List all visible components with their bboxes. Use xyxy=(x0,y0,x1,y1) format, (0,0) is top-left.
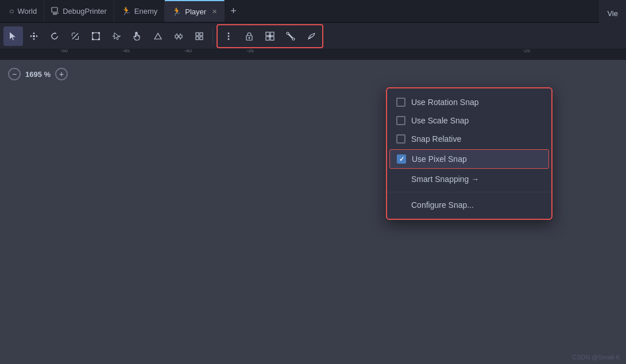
use-pixel-snap-label: Use Pixel Snap xyxy=(412,154,467,164)
svg-point-33 xyxy=(287,32,289,34)
svg-rect-13 xyxy=(179,35,182,38)
lock-button[interactable] xyxy=(239,26,259,46)
watermark: CSDN @Small-K xyxy=(572,354,620,361)
enemy-icon: 🏃 xyxy=(121,6,131,16)
dots-tool-button[interactable] xyxy=(169,26,188,46)
svg-rect-6 xyxy=(92,32,94,34)
svg-rect-0 xyxy=(52,7,57,12)
smart-snapping-label: Smart Snapping → xyxy=(411,175,479,184)
ruler-mark-35: -35 xyxy=(246,49,254,53)
hand-tool-button[interactable] xyxy=(127,26,147,46)
svg-rect-8 xyxy=(92,38,94,40)
debugprinter-icon xyxy=(51,7,59,15)
svg-line-4 xyxy=(72,33,78,39)
svg-rect-28 xyxy=(266,32,269,36)
svg-rect-12 xyxy=(175,35,178,38)
tab-world-label: World xyxy=(17,7,37,16)
svg-point-3 xyxy=(33,35,35,37)
tab-debugprinter[interactable]: DebugPrinter xyxy=(44,0,114,22)
svg-rect-20 xyxy=(200,33,203,36)
svg-point-34 xyxy=(292,38,295,40)
use-pixel-snap-item[interactable]: Use Pixel Snap xyxy=(389,149,549,169)
svg-rect-9 xyxy=(98,38,100,40)
use-rotation-snap-checkbox[interactable] xyxy=(396,98,405,107)
svg-rect-29 xyxy=(271,32,274,36)
configure-snap-label: Configure Snap... xyxy=(411,200,474,210)
tab-player-label: Player xyxy=(185,7,206,16)
configure-snap-item[interactable]: Configure Snap... xyxy=(387,196,551,214)
rotate-tool-button[interactable] xyxy=(45,26,64,46)
ruler-mark-50: -50 xyxy=(60,49,68,53)
use-scale-snap-checkbox[interactable] xyxy=(396,116,405,125)
smart-snapping-item[interactable]: Smart Snapping → xyxy=(387,170,551,188)
triangle-tool-button[interactable] xyxy=(148,26,168,46)
snap-relative-item[interactable]: Snap Relative xyxy=(387,130,551,148)
view-label: Vie xyxy=(599,0,626,26)
svg-point-32 xyxy=(269,35,271,37)
bone-button[interactable] xyxy=(281,26,300,46)
three-dots-button[interactable] xyxy=(219,26,238,46)
use-pixel-snap-checkbox[interactable] xyxy=(397,154,406,164)
grid-snap-button[interactable] xyxy=(260,26,280,46)
move-tool-button[interactable] xyxy=(24,26,44,46)
svg-rect-22 xyxy=(200,37,203,40)
svg-rect-30 xyxy=(266,37,269,40)
toolbar: Vie xyxy=(0,23,626,49)
ruler: -50 -45 -40 -35 -25 xyxy=(0,49,626,60)
menu-separator xyxy=(387,192,551,192)
snap-relative-label: Snap Relative xyxy=(411,134,461,144)
snap-dropdown-menu: Use Rotation Snap Use Scale Snap Snap Re… xyxy=(386,87,552,220)
ruler-mark-25: -25 xyxy=(523,49,530,53)
tab-close-button[interactable]: ✕ xyxy=(212,8,217,16)
zoom-out-button[interactable]: − xyxy=(8,68,21,80)
svg-point-24 xyxy=(228,35,230,37)
scale-tool-button[interactable] xyxy=(65,26,85,46)
ruler-mark-45: -45 xyxy=(122,49,130,53)
svg-rect-19 xyxy=(196,33,199,36)
tab-enemy[interactable]: 🏃 Enemy xyxy=(114,0,165,22)
world-icon: ○ xyxy=(9,6,14,16)
use-rotation-snap-item[interactable]: Use Rotation Snap xyxy=(387,93,551,111)
tab-enemy-label: Enemy xyxy=(134,7,157,16)
svg-rect-21 xyxy=(196,37,199,40)
zoom-in-button[interactable]: + xyxy=(55,68,68,80)
svg-line-35 xyxy=(289,34,293,38)
toolbar-separator xyxy=(212,28,213,44)
leaf-button[interactable] xyxy=(302,26,321,46)
svg-rect-7 xyxy=(98,32,100,34)
svg-point-25 xyxy=(228,38,230,40)
grid-tool-button[interactable] xyxy=(190,26,209,46)
tab-add-button[interactable]: + xyxy=(225,5,242,17)
use-scale-snap-item[interactable]: Use Scale Snap xyxy=(387,111,551,130)
snap-relative-checkbox[interactable] xyxy=(396,134,405,144)
ruler-mark-40: -40 xyxy=(184,49,192,53)
select-tool-button[interactable] xyxy=(3,26,23,46)
tab-player[interactable]: 🏃 Player ✕ xyxy=(165,0,225,22)
svg-point-27 xyxy=(249,37,250,38)
zoom-controls: − 1695 % + xyxy=(8,68,68,80)
use-rotation-snap-label: Use Rotation Snap xyxy=(411,98,479,107)
svg-point-23 xyxy=(228,32,230,34)
use-scale-snap-label: Use Scale Snap xyxy=(411,116,469,125)
tab-world[interactable]: ○ World xyxy=(2,0,44,22)
tab-debugprinter-label: DebugPrinter xyxy=(63,7,107,16)
zoom-value: 1695 % xyxy=(25,70,51,79)
svg-rect-31 xyxy=(271,37,274,40)
transform-tool-button[interactable] xyxy=(86,26,106,46)
cursor-tool-button[interactable] xyxy=(107,26,126,46)
tab-bar: ○ World DebugPrinter 🏃 Enemy 🏃 Player ✕ … xyxy=(0,0,626,23)
player-icon: 🏃 xyxy=(172,7,181,16)
canvas-area: − 1695 % + Use Rotation Snap Use Scale S… xyxy=(0,60,626,364)
